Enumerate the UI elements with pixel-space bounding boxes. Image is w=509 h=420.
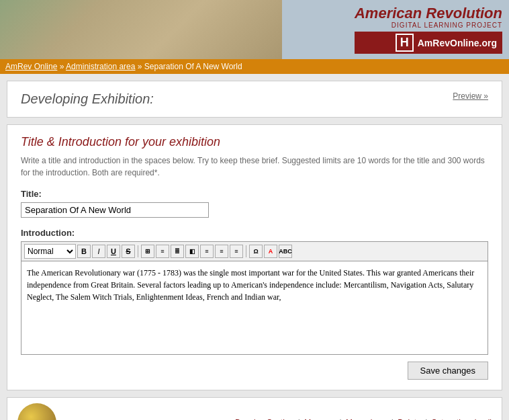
indent-button[interactable]: ⊞: [141, 245, 154, 258]
breadcrumb: AmRev Online » Administration area » Sep…: [0, 59, 509, 74]
align-right-button[interactable]: ≡: [215, 245, 228, 258]
logo-bar: H AmRevOnline.org: [355, 32, 502, 54]
format-select[interactable]: Normal Heading 1 Heading 2 Heading 3: [24, 244, 76, 259]
strikethrough-button[interactable]: S: [122, 245, 135, 258]
breadcrumb-admin-link[interactable]: Administration area: [66, 62, 135, 71]
editor-toolbar: Normal Heading 1 Heading 2 Heading 3 B I…: [21, 241, 488, 261]
bold-button[interactable]: B: [77, 245, 91, 258]
bottom-section: Develop Section | Move up | Move down | …: [7, 397, 502, 420]
preview-link[interactable]: Preview »: [453, 91, 488, 101]
header-background: [0, 0, 282, 59]
logo-title: American Revolution: [355, 5, 502, 22]
breadcrumb-sep1: »: [60, 62, 66, 71]
title-label: Title:: [21, 189, 488, 199]
italic-button[interactable]: I: [92, 245, 105, 258]
breadcrumb-sep2: »: [138, 62, 144, 71]
h-icon: H: [396, 34, 414, 52]
save-button[interactable]: Save changes: [408, 362, 488, 380]
intro-label: Introduction:: [21, 228, 488, 238]
page-header: American Revolution DIGITAL LEARNING PRO…: [0, 0, 509, 59]
title-input[interactable]: [21, 202, 209, 218]
spell-check-button[interactable]: ABC: [279, 245, 292, 258]
breadcrumb-current: Separation Of A New World: [144, 62, 242, 71]
site-logo: American Revolution DIGITAL LEARNING PRO…: [355, 5, 502, 54]
underline-button[interactable]: U: [107, 245, 120, 258]
main-content: Preview » Developing Exhibition: Title &…: [0, 74, 509, 420]
unordered-list-button[interactable]: ≡: [156, 245, 169, 258]
form-section-inner: Title & Introduction for your exhibition…: [7, 125, 502, 390]
form-section: Title & Introduction for your exhibition…: [7, 124, 502, 390]
ordered-list-button[interactable]: ≣: [171, 245, 184, 258]
color-button[interactable]: A: [264, 245, 277, 258]
coin-thumbnail: [17, 403, 56, 420]
intro-textarea[interactable]: The American Revolutionary war (1775 - 1…: [21, 261, 488, 352]
breadcrumb-home-link[interactable]: AmRev Online: [5, 62, 57, 71]
save-row: Save changes: [21, 362, 488, 380]
editor-area: The American Revolutionary war (1775 - 1…: [21, 261, 488, 355]
special-char-button[interactable]: Ω: [249, 245, 263, 258]
developing-title: Developing Exhibition:: [21, 91, 154, 107]
toolbar-separator-2: [246, 245, 246, 257]
logo-subtitle: DIGITAL LEARNING PROJECT: [355, 22, 502, 29]
developing-box: Preview » Developing Exhibition:: [7, 81, 502, 118]
toolbar-separator-1: [138, 245, 138, 257]
logo-domain: AmRevOnline.org: [418, 38, 497, 48]
justify-button[interactable]: ≡: [230, 245, 243, 258]
align-center-button[interactable]: ≡: [200, 245, 214, 258]
section-description: Write a title and introduction in the sp…: [21, 155, 488, 179]
section-title: Title & Introduction for your exhibition: [21, 135, 488, 149]
align-left-button[interactable]: ◧: [185, 245, 199, 258]
